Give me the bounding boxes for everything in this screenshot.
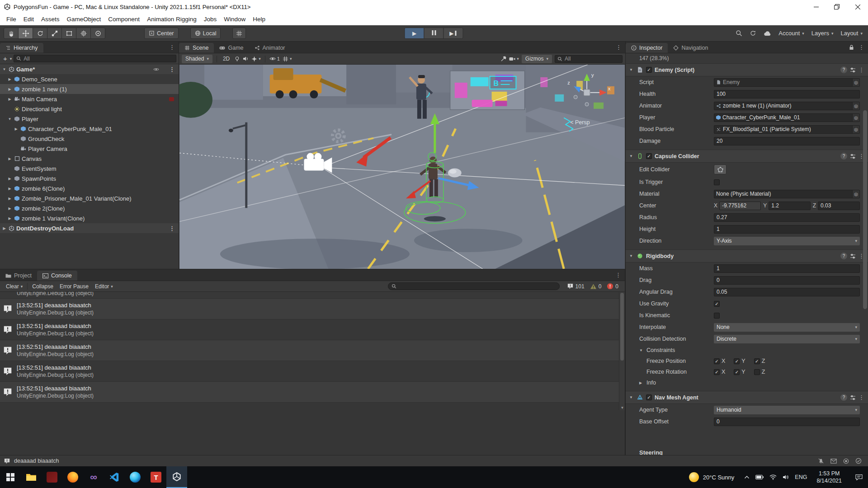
panel-menu-icon[interactable]: ⋮: [612, 272, 625, 278]
foldout-arrow-icon[interactable]: ▼: [629, 154, 634, 158]
help-icon[interactable]: ?: [840, 66, 847, 73]
tab-game[interactable]: Game: [214, 43, 249, 53]
expand-arrow-icon[interactable]: ▶: [7, 206, 12, 211]
expand-arrow-icon[interactable]: ▼: [2, 67, 7, 71]
edge-icon[interactable]: [125, 466, 146, 488]
action-center-icon[interactable]: [850, 474, 868, 480]
gizmos-dropdown[interactable]: Gizmos▾: [522, 55, 552, 63]
tab-animator[interactable]: Animator: [249, 43, 291, 53]
hierarchy-item-selected[interactable]: ▶zombie 1 new (1): [0, 84, 179, 94]
tab-console[interactable]: Console: [37, 271, 77, 281]
info-foldout[interactable]: ▶Info: [626, 377, 868, 388]
error-pause-button[interactable]: Error Pause: [57, 283, 92, 290]
console-entry[interactable]: [13:52:51] deaaaad biaaatchUnityEngine.D…: [0, 382, 625, 403]
direction-dropdown[interactable]: Y-Axis▾: [714, 237, 860, 245]
step-button[interactable]: ▶: [443, 28, 463, 39]
layout-dropdown[interactable]: Layout▾: [840, 30, 863, 37]
record-icon[interactable]: [843, 458, 849, 464]
hand-tool-button[interactable]: [4, 28, 19, 39]
visual-studio-icon[interactable]: ∞: [83, 466, 104, 488]
hierarchy-search[interactable]: All: [14, 55, 176, 62]
search-icon[interactable]: [736, 30, 742, 37]
wifi-icon[interactable]: [769, 474, 777, 480]
hierarchy-item[interactable]: EventSystem: [0, 164, 179, 174]
presets-icon[interactable]: [850, 67, 856, 73]
freeze-position-y-checkbox[interactable]: [734, 358, 740, 364]
component-header[interactable]: ▼ Capsule Collider ? ⋮: [626, 150, 868, 163]
console-entry-partial[interactable]: UnityEngine.Debug:Log (object): [0, 292, 625, 299]
collision-detection-dropdown[interactable]: Discrete▾: [714, 335, 860, 343]
console-entry[interactable]: [13:52:51] deaaaad biaaatchUnityEngine.D…: [0, 319, 625, 340]
transform-tool-button[interactable]: [76, 28, 91, 39]
object-picker-icon[interactable]: ◎: [852, 126, 859, 133]
expand-arrow-icon[interactable]: ▶: [7, 157, 12, 161]
grid-snap-button[interactable]: [232, 28, 246, 39]
hierarchy-item[interactable]: GroundCheck: [0, 134, 179, 144]
height-field[interactable]: 1: [714, 225, 860, 234]
component-enabled-checkbox[interactable]: [646, 394, 652, 400]
language-indicator[interactable]: ENG: [795, 474, 807, 480]
scene-visibility-toggle[interactable]: 1: [269, 56, 280, 61]
mute-bell-icon[interactable]: [818, 458, 824, 464]
scene-tools-icon[interactable]: [500, 56, 506, 62]
interpolate-dropdown[interactable]: None▾: [714, 323, 860, 332]
vscode-icon[interactable]: [104, 466, 125, 488]
console-search-input[interactable]: [399, 283, 556, 290]
rect-tool-button[interactable]: [61, 28, 76, 39]
drag-field[interactable]: 0: [714, 276, 860, 285]
menu-gameobject[interactable]: GameObject: [63, 14, 105, 25]
panel-menu-icon[interactable]: ⋮: [855, 44, 868, 51]
scene-visibility-icon[interactable]: [153, 67, 159, 71]
foldout-arrow-icon[interactable]: ▼: [629, 68, 634, 72]
lighting-toggle-icon[interactable]: [234, 56, 240, 62]
dontdestroy-header[interactable]: ▶ DontDestroyOnLoad ⋮: [0, 223, 179, 233]
hierarchy-item[interactable]: ▶SpawnPoints: [0, 174, 179, 183]
constraints-foldout[interactable]: ▼Constraints: [626, 345, 868, 356]
menu-window[interactable]: Window: [220, 14, 249, 25]
tab-project[interactable]: Project: [0, 271, 37, 281]
foldout-arrow-icon[interactable]: ▼: [629, 395, 634, 399]
object-picker-icon[interactable]: ◎: [852, 114, 859, 122]
expand-arrow-icon[interactable]: ▶: [7, 197, 12, 201]
menu-edit[interactable]: Edit: [20, 14, 38, 25]
center-x-field[interactable]: -9.775162: [719, 202, 761, 210]
status-bar[interactable]: deaaaad biaaatch: [0, 455, 868, 466]
2d-toggle[interactable]: 2D: [221, 56, 231, 62]
grid-visibility-dropdown[interactable]: ▾: [283, 56, 292, 62]
file-explorer-icon[interactable]: [21, 466, 42, 488]
freeze-rotation-y-checkbox[interactable]: [734, 369, 740, 375]
presets-icon[interactable]: [850, 253, 856, 259]
expand-arrow-icon[interactable]: ▶: [14, 127, 19, 131]
menu-help[interactable]: Help: [249, 14, 269, 25]
unity-taskbar-icon[interactable]: [166, 466, 187, 488]
blood-particle-object-field[interactable]: FX_BloodSplat_01 (Particle System)◎: [714, 125, 860, 134]
scene-camera-dropdown[interactable]: ▾: [509, 56, 519, 61]
foldout-arrow-icon[interactable]: ▼: [629, 254, 634, 258]
expand-arrow-icon[interactable]: ▶: [2, 226, 7, 230]
tab-navigation[interactable]: Navigation: [668, 43, 713, 53]
pause-button[interactable]: [424, 28, 444, 39]
start-button[interactable]: [0, 466, 21, 488]
hierarchy-item[interactable]: ▶Zombie_Prisoner_Male_01 Variant(Clone): [0, 193, 179, 203]
expand-arrow-icon[interactable]: ▶: [7, 87, 12, 91]
mass-field[interactable]: 1: [714, 264, 860, 273]
health-field[interactable]: 100: [714, 90, 860, 99]
tab-inspector[interactable]: Inspector: [626, 43, 668, 53]
collapse-button[interactable]: Collapse: [29, 283, 57, 290]
expand-arrow-icon[interactable]: ▶: [7, 216, 12, 221]
scroll-down-arrow[interactable]: ▼: [619, 406, 625, 410]
hierarchy-item[interactable]: ▶Demo_Scene: [0, 74, 179, 84]
player-object-field[interactable]: Character_CyberPunk_Male_01◎: [714, 113, 860, 122]
scene-menu-icon[interactable]: ⋮: [165, 66, 179, 73]
expand-arrow-icon[interactable]: ▶: [7, 177, 12, 181]
menu-file[interactable]: File: [3, 14, 20, 25]
layers-dropdown[interactable]: Layers▾: [811, 30, 834, 37]
center-z-field[interactable]: 0.03: [818, 202, 860, 210]
radius-field[interactable]: 0.27: [714, 213, 860, 222]
check-circle-icon[interactable]: [855, 458, 862, 464]
status-message[interactable]: deaaaad biaaatch: [14, 458, 59, 464]
console-entry[interactable]: [13:52:51] deaaaad biaaatchUnityEngine.D…: [0, 299, 625, 319]
help-icon[interactable]: ?: [840, 394, 847, 401]
console-entry[interactable]: [13:52:51] deaaaad biaaatchUnityEngine.D…: [0, 361, 625, 382]
presets-icon[interactable]: [850, 154, 856, 159]
